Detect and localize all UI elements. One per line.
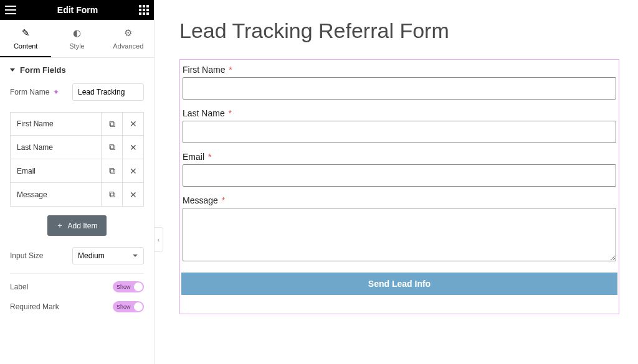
section-form-fields: Form Fields Form Name ✦ First Name ⧉ ✕ L… xyxy=(0,58,154,319)
form-name-label: Form Name ✦ xyxy=(10,88,59,96)
tab-content[interactable]: ✎ Content xyxy=(0,20,51,57)
tab-style-label: Style xyxy=(51,42,102,50)
form-group-email: Email * xyxy=(181,152,617,187)
divider xyxy=(10,273,144,274)
tab-advanced-label: Advanced xyxy=(103,42,154,50)
form-group-message: Message * xyxy=(181,195,617,264)
field-row-email[interactable]: Email ⧉ ✕ xyxy=(10,159,144,183)
close-icon[interactable]: ✕ xyxy=(122,113,143,135)
editor-tabs: ✎ Content ◐ Style ⚙ Advanced xyxy=(0,20,154,58)
toggle-knob-icon xyxy=(134,282,143,291)
close-icon[interactable]: ✕ xyxy=(122,136,143,159)
required-mark: * xyxy=(229,65,232,75)
tab-advanced[interactable]: ⚙ Advanced xyxy=(103,20,154,57)
form-body: First Name * Last Name * Email * xyxy=(180,60,619,314)
widget-title: Edit Form xyxy=(57,5,98,15)
field-row-first-name[interactable]: First Name ⧉ ✕ xyxy=(10,112,144,136)
field-list: First Name ⧉ ✕ Last Name ⧉ ✕ Email ⧉ ✕ M… xyxy=(10,112,144,207)
toggle-knob-icon xyxy=(134,302,143,311)
message-textarea[interactable] xyxy=(183,208,616,261)
add-item-button[interactable]: ＋ Add Item xyxy=(47,215,106,236)
field-label: Last Name xyxy=(11,136,101,159)
plus-icon: ＋ xyxy=(56,220,64,231)
first-name-input[interactable] xyxy=(183,77,616,100)
input-size-label: Input Size xyxy=(10,251,43,260)
section-header[interactable]: Form Fields xyxy=(10,65,144,75)
required-mark-toggle[interactable]: Show xyxy=(113,301,144,312)
duplicate-icon[interactable]: ⧉ xyxy=(101,183,122,206)
field-label: Message xyxy=(11,183,101,206)
duplicate-icon[interactable]: ⧉ xyxy=(101,136,122,159)
required-mark-row: Required Mark Show xyxy=(10,301,144,312)
form-group-first-name: First Name * xyxy=(181,65,617,100)
field-label-last-name: Last Name * xyxy=(183,108,616,118)
pencil-icon: ✎ xyxy=(0,27,51,39)
field-row-last-name[interactable]: Last Name ⧉ ✕ xyxy=(10,136,144,159)
label-toggle-row: Label Show xyxy=(10,281,144,292)
apps-icon[interactable] xyxy=(139,5,149,15)
tab-style[interactable]: ◐ Style xyxy=(51,20,102,57)
last-name-input[interactable] xyxy=(183,121,616,143)
field-label: First Name xyxy=(11,113,101,135)
required-mark: * xyxy=(229,108,232,118)
editor-sidebar: Edit Form ✎ Content ◐ Style ⚙ Advanced F… xyxy=(0,0,155,364)
field-label-first-name: First Name * xyxy=(183,65,616,75)
input-size-row: Input Size Medium xyxy=(10,247,144,264)
section-title: Form Fields xyxy=(20,65,66,75)
contrast-icon: ◐ xyxy=(51,27,102,39)
label-label: Label xyxy=(10,282,28,291)
preview-canvas: Lead Tracking Referral Form First Name *… xyxy=(155,0,638,364)
required-mark-label: Required Mark xyxy=(10,302,59,311)
close-icon[interactable]: ✕ xyxy=(122,183,143,206)
required-mark: * xyxy=(222,195,225,205)
form-name-row: Form Name ✦ xyxy=(10,83,144,101)
duplicate-icon[interactable]: ⧉ xyxy=(101,113,122,135)
tab-content-label: Content xyxy=(0,42,51,50)
sparkle-icon[interactable]: ✦ xyxy=(53,88,59,96)
sidebar-header: Edit Form xyxy=(0,0,154,20)
submit-button[interactable]: Send Lead Info xyxy=(181,273,617,295)
form-group-last-name: Last Name * xyxy=(181,108,617,143)
menu-icon[interactable] xyxy=(5,6,16,14)
close-icon[interactable]: ✕ xyxy=(122,159,143,182)
duplicate-icon[interactable]: ⧉ xyxy=(101,159,122,182)
label-toggle[interactable]: Show xyxy=(113,281,144,292)
form-widget[interactable]: First Name * Last Name * Email * xyxy=(179,59,619,314)
email-input[interactable] xyxy=(183,164,616,187)
page-title: Lead Tracking Referral Form xyxy=(179,19,619,43)
field-label-email: Email * xyxy=(183,152,616,162)
field-label-message: Message * xyxy=(183,195,616,205)
form-name-input[interactable] xyxy=(72,83,144,101)
required-mark: * xyxy=(208,152,211,162)
field-row-message[interactable]: Message ⧉ ✕ xyxy=(10,183,144,207)
add-item-label: Add Item xyxy=(67,222,97,230)
caret-down-icon xyxy=(10,68,15,72)
gear-icon: ⚙ xyxy=(103,27,154,39)
field-label: Email xyxy=(11,159,101,182)
input-size-select[interactable]: Medium xyxy=(72,247,144,264)
